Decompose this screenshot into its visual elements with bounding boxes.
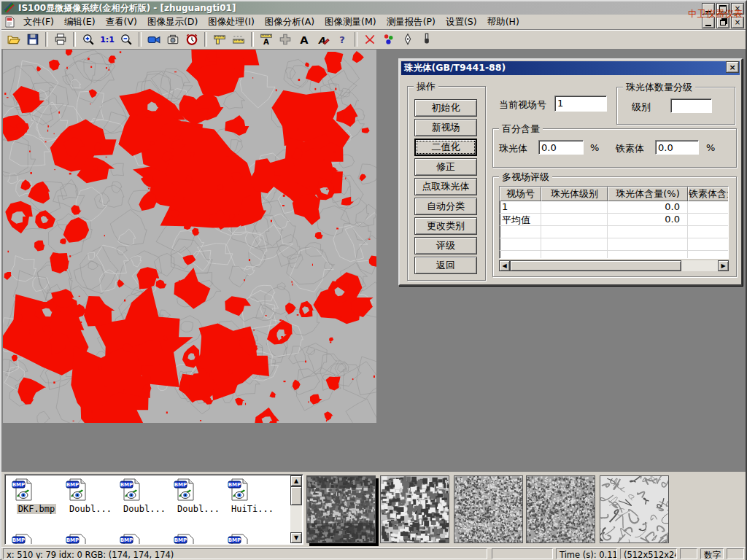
open-icon[interactable] bbox=[4, 31, 23, 48]
save-icon[interactable] bbox=[23, 31, 42, 48]
ruler-icon[interactable] bbox=[229, 31, 248, 48]
bmp-file-icon: BMP bbox=[227, 478, 250, 501]
thumbnail-3[interactable] bbox=[454, 475, 523, 543]
change-class-button[interactable]: 更改类别 bbox=[414, 217, 477, 235]
menu-image-analysis[interactable]: 图像分析(A) bbox=[260, 15, 320, 30]
dialog-title-bar[interactable]: 珠光体(GB/T9441-88) bbox=[401, 61, 740, 75]
menu-edit[interactable]: 编辑(E) bbox=[59, 15, 101, 30]
status-panel-empty bbox=[727, 548, 744, 559]
bmp-file-icon: BMP bbox=[173, 533, 196, 545]
file-name[interactable]: Doubl... bbox=[176, 504, 221, 514]
file-item[interactable]: BMP bbox=[119, 533, 170, 545]
file-item[interactable]: BMP bbox=[173, 533, 224, 545]
capture-camera-icon[interactable] bbox=[163, 31, 182, 48]
document-icon[interactable] bbox=[4, 16, 15, 28]
measure-text-icon[interactable]: A bbox=[257, 31, 276, 48]
col-ferrite-content: 铁素体含量(%) bbox=[688, 187, 729, 201]
pearlite-dialog: 珠光体(GB/T9441-88) × 操作 初始化 新视场 二值化 修正 点取珠… bbox=[398, 58, 743, 286]
init-button[interactable]: 初始化 bbox=[414, 99, 477, 117]
scroll-up-icon[interactable]: ▲ bbox=[290, 475, 302, 486]
help-icon[interactable]: ? bbox=[333, 31, 352, 48]
svg-text:BMP: BMP bbox=[228, 482, 241, 488]
menu-image-process[interactable]: 图像处理(I) bbox=[203, 15, 259, 30]
scrollbar-thumb[interactable] bbox=[290, 486, 302, 505]
print-icon[interactable] bbox=[51, 31, 70, 48]
file-name[interactable]: Doubl... bbox=[68, 504, 113, 514]
brush-icon[interactable] bbox=[417, 31, 436, 48]
zoom-in-icon[interactable] bbox=[79, 31, 98, 48]
table-row[interactable]: 10.0 bbox=[500, 201, 728, 214]
file-item[interactable]: BMP bbox=[11, 533, 62, 545]
scroll-right-icon[interactable]: ▶ bbox=[718, 260, 729, 271]
actual-size-icon[interactable]: 1:1 bbox=[98, 31, 117, 48]
thumbnail-1[interactable] bbox=[306, 475, 376, 543]
grid-cross-icon[interactable] bbox=[276, 31, 295, 48]
application-window: IS100显微摄像系统(金相分析版) - [zhuguangti01] × 文件… bbox=[0, 0, 747, 560]
file-item[interactable]: BMP Doubl... bbox=[119, 478, 170, 515]
file-name[interactable]: Doubl... bbox=[122, 504, 167, 514]
file-name[interactable]: DKF.bmp bbox=[17, 504, 57, 514]
toolbar-separator bbox=[73, 32, 76, 47]
table-row[interactable] bbox=[500, 238, 728, 251]
thumbnail-5[interactable] bbox=[600, 475, 669, 543]
auto-classify-button[interactable]: 自动分类 bbox=[414, 198, 477, 215]
calibration-curve-icon[interactable] bbox=[360, 31, 379, 48]
menu-help[interactable]: 帮助(H) bbox=[482, 15, 525, 30]
new-field-button[interactable]: 新视场 bbox=[414, 119, 477, 136]
svg-text:A: A bbox=[300, 34, 309, 46]
menu-image-measure[interactable]: 图像测量(M) bbox=[320, 15, 382, 30]
ferrite-percent-input[interactable]: 0.0 bbox=[655, 140, 699, 155]
toolbar: 1:1 A A A ? bbox=[1, 30, 746, 50]
classify-balls-icon[interactable] bbox=[379, 31, 398, 48]
table-row[interactable] bbox=[500, 251, 728, 259]
return-button[interactable]: 返回 bbox=[414, 257, 477, 274]
scrollbar-thumb[interactable] bbox=[510, 260, 681, 271]
pick-pearlite-button[interactable]: 点取珠光体 bbox=[414, 178, 477, 195]
file-item[interactable]: BMP bbox=[65, 533, 116, 545]
table-horizontal-scrollbar[interactable]: ◀ ▶ bbox=[499, 260, 729, 271]
current-field-input[interactable]: 1 bbox=[554, 96, 607, 112]
caliper-icon[interactable] bbox=[210, 31, 229, 48]
timer-clock-icon[interactable] bbox=[182, 31, 201, 48]
table-row[interactable]: 平均值0.0 bbox=[500, 214, 728, 226]
percent-group: 百分含量 珠光体 0.0 % 铁素体 0.0 % bbox=[492, 128, 737, 168]
menu-file[interactable]: 文件(F) bbox=[18, 15, 59, 30]
scroll-down-icon[interactable]: ▼ bbox=[290, 532, 302, 543]
app-icon[interactable] bbox=[4, 2, 15, 14]
text-label-icon[interactable]: A bbox=[295, 31, 314, 48]
grade-input[interactable] bbox=[670, 98, 712, 113]
file-vertical-scrollbar[interactable]: ▲ ▼ bbox=[290, 475, 302, 543]
grade-button[interactable]: 评级 bbox=[414, 237, 477, 254]
file-item[interactable]: BMP Doubl... bbox=[173, 478, 224, 515]
file-item[interactable]: BMP HuiTi... bbox=[227, 478, 278, 515]
svg-text:BMP: BMP bbox=[120, 482, 133, 488]
annotate-icon[interactable]: A bbox=[314, 31, 333, 48]
table-row[interactable] bbox=[500, 226, 728, 238]
current-field-label: 当前视场号 bbox=[499, 98, 546, 112]
menu-image-display[interactable]: 图像显示(D) bbox=[142, 15, 203, 30]
menu-settings[interactable]: 设置(S) bbox=[441, 15, 482, 30]
scroll-left-icon[interactable]: ◀ bbox=[499, 260, 510, 271]
title-bar[interactable]: IS100显微摄像系统(金相分析版) - [zhuguangti01] × bbox=[1, 1, 746, 15]
svg-text:BMP: BMP bbox=[66, 482, 79, 488]
menu-measure-report[interactable]: 测量报告(P) bbox=[382, 15, 441, 30]
thumbnail-2[interactable] bbox=[380, 475, 449, 543]
pen-icon[interactable] bbox=[398, 31, 417, 48]
vendor-watermark: 中卫仪器仪表 bbox=[688, 8, 743, 20]
menu-view[interactable]: 查看(V) bbox=[101, 15, 142, 30]
file-item[interactable]: BMP DKF.bmp bbox=[11, 478, 62, 515]
dialog-close-icon[interactable]: × bbox=[726, 61, 739, 73]
micrograph-image[interactable] bbox=[3, 50, 376, 423]
file-item[interactable]: BMP bbox=[227, 533, 278, 545]
correct-button[interactable]: 修正 bbox=[414, 158, 477, 176]
rating-table[interactable]: 视场号 珠光体级别 珠光体含量(%) 铁素体含量(%) 10.0 平均值0.0 bbox=[499, 186, 729, 259]
thumbnail-4[interactable] bbox=[526, 475, 595, 543]
binarize-button[interactable]: 二值化 bbox=[414, 139, 477, 156]
toolbar-separator bbox=[139, 32, 142, 47]
bmp-file-icon: BMP bbox=[119, 533, 142, 545]
video-camera-icon[interactable] bbox=[144, 31, 163, 48]
pearlite-percent-input[interactable]: 0.0 bbox=[538, 140, 584, 155]
file-name[interactable]: HuiTi... bbox=[230, 504, 275, 514]
file-item[interactable]: BMP Doubl... bbox=[65, 478, 116, 515]
zoom-out-icon[interactable] bbox=[117, 31, 136, 48]
